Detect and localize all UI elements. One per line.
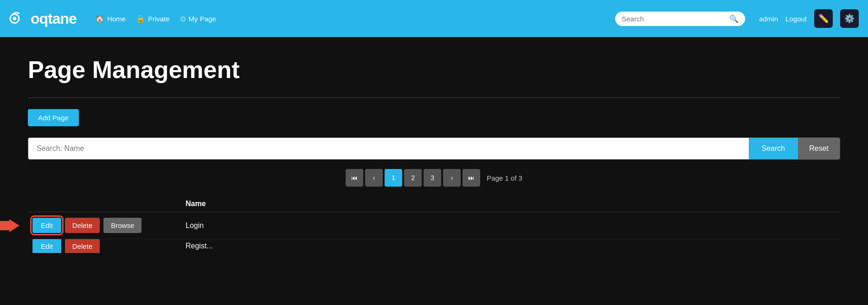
header-search-button[interactable]: 🔍 [729,14,739,23]
logo-icon [9,10,27,27]
logo: oqtane [9,10,77,27]
nav-home[interactable]: 🏠 Home [95,14,126,23]
header-search-area: 🔍 [615,12,745,26]
pencil-icon: ✏️ [818,13,829,24]
pagination-page-2[interactable]: 2 [404,169,422,187]
pagination-prev[interactable]: ‹ [365,169,383,187]
reset-button[interactable]: Reset [798,138,840,159]
table-row: Edit Delete Browse Login [28,212,840,239]
settings-button[interactable]: ⚙️ [840,9,859,28]
page-info: Page 1 of 3 [487,174,522,182]
gear-icon: ⚙️ [844,13,855,24]
header-search-input[interactable] [622,15,726,23]
edit-mode-button[interactable]: ✏️ [814,9,833,28]
nav-private[interactable]: 🔒 Private [136,14,170,23]
edit-button-row-2[interactable]: Edit [32,239,61,253]
col-name-header: Name [186,200,840,208]
main-content: Page Management Add Page Search Reset ⏮ … [0,37,868,305]
table-header: Name [28,196,840,212]
add-page-button[interactable]: Add Page [28,109,79,126]
arrow-head [9,219,19,232]
delete-button-row-2[interactable]: Delete [65,239,100,253]
pagination-page-3[interactable]: 3 [424,169,441,187]
row-1-name: Login [186,221,840,230]
delete-button-row-1[interactable]: Delete [65,218,100,233]
user-name: admin [759,15,778,23]
table-row: Edit Delete Regist... [28,239,840,253]
header: oqtane 🏠 Home 🔒 Private ⊙ My Page 🔍 admi… [0,0,868,37]
page-title: Page Management [28,56,840,84]
svg-point-1 [13,17,17,20]
search-name-input[interactable] [28,138,749,159]
logo-text: oqtane [31,10,77,27]
arrow-annotation [0,219,19,232]
table: Name Edit Delete Browse Login Edit Delet… [28,196,840,253]
arrow-body [0,221,9,230]
pagination-last[interactable]: ⏭ [463,169,480,187]
nav-links: 🏠 Home 🔒 Private ⊙ My Page [95,14,606,23]
divider [28,97,840,98]
home-icon: 🏠 [95,14,104,23]
row-1-actions: Edit Delete Browse [28,218,186,233]
search-bar: Search Reset [28,137,840,160]
lock-icon: 🔒 [136,14,145,23]
circle-icon: ⊙ [180,14,186,23]
row-2-name: Regist... [186,242,840,250]
pagination-next[interactable]: › [443,169,461,187]
user-area: admin Logout ✏️ ⚙️ [759,9,859,28]
nav-mypage-label: My Page [189,15,216,23]
row-2-actions: Edit Delete [28,239,186,253]
search-button[interactable]: Search [749,138,798,159]
pagination-first[interactable]: ⏮ [346,169,363,187]
browse-button-row-1[interactable]: Browse [103,218,141,233]
logout-button[interactable]: Logout [785,15,807,23]
nav-private-label: Private [148,15,170,23]
nav-mypage[interactable]: ⊙ My Page [180,14,216,23]
edit-button-row-1[interactable]: Edit [32,218,61,233]
pagination: ⏮ ‹ 1 2 3 › ⏭ Page 1 of 3 [28,169,840,187]
pagination-page-1[interactable]: 1 [385,169,402,187]
nav-home-label: Home [107,15,126,23]
